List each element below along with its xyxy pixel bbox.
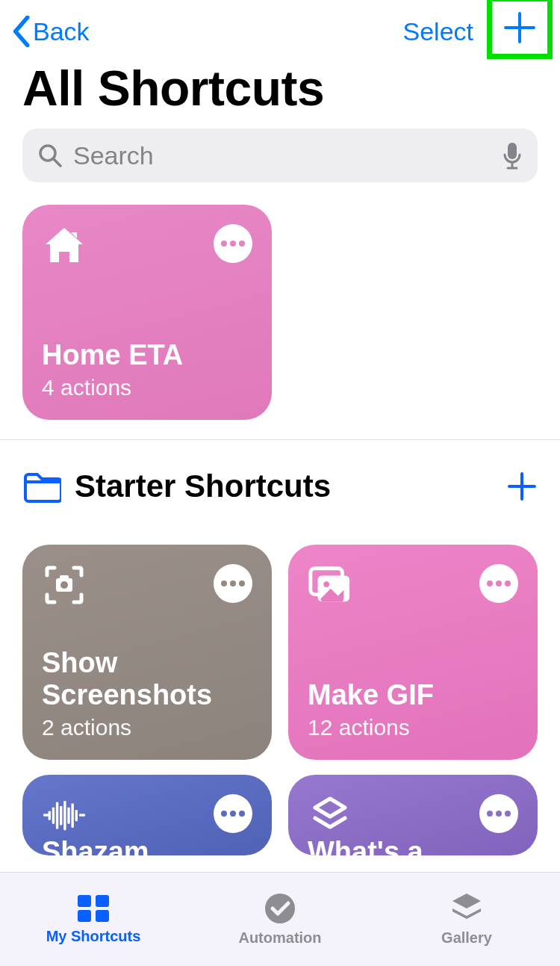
tab-gallery[interactable]: Gallery	[373, 873, 560, 966]
search-input[interactable]: Search	[22, 129, 538, 182]
tab-label: Gallery	[441, 929, 492, 947]
card-subtitle: 4 actions	[42, 375, 252, 400]
waveform-icon	[42, 794, 87, 836]
search-icon	[37, 143, 63, 168]
microphone-icon[interactable]	[502, 141, 523, 170]
tab-label: Automation	[238, 929, 321, 947]
shortcut-card[interactable]: Show Screenshots 2 actions	[22, 545, 272, 760]
svg-rect-10	[78, 910, 91, 922]
add-shortcut-button[interactable]	[487, 0, 553, 59]
grid-icon	[76, 894, 111, 923]
stack-icon	[449, 892, 484, 925]
section-title: Starter Shortcuts	[75, 468, 493, 504]
shortcut-card[interactable]: What's a	[288, 775, 538, 855]
folder-icon	[22, 470, 61, 503]
svg-point-12	[265, 894, 295, 923]
card-subtitle: 12 actions	[308, 715, 518, 740]
svg-rect-11	[96, 910, 109, 922]
card-more-button[interactable]	[479, 564, 518, 603]
tab-label: My Shortcuts	[46, 928, 141, 945]
card-more-button[interactable]	[479, 794, 518, 833]
back-label: Back	[33, 17, 90, 46]
photos-icon	[308, 564, 352, 606]
card-more-button[interactable]	[214, 564, 252, 603]
plus-icon	[503, 10, 537, 45]
clock-check-icon	[264, 892, 296, 925]
shortcut-card[interactable]: Shazam	[22, 775, 272, 855]
back-button[interactable]: Back	[10, 16, 90, 47]
home-icon	[42, 224, 87, 266]
tab-automation[interactable]: Automation	[187, 873, 373, 966]
page-title: All Shortcuts	[0, 52, 560, 129]
select-button[interactable]: Select	[403, 17, 474, 46]
card-subtitle: 2 actions	[42, 715, 252, 740]
card-title: Shazam	[42, 836, 252, 855]
search-placeholder: Search	[73, 141, 491, 170]
svg-rect-9	[96, 895, 109, 907]
camera-viewfinder-icon	[42, 564, 87, 606]
svg-rect-1	[508, 143, 517, 159]
card-more-button[interactable]	[214, 794, 252, 833]
shortcut-card[interactable]: Make GIF 12 actions	[288, 545, 538, 760]
tab-my-shortcuts[interactable]: My Shortcuts	[0, 873, 187, 966]
svg-rect-3	[60, 575, 69, 580]
svg-rect-8	[78, 895, 91, 907]
tab-bar: My Shortcuts Automation Gallery	[0, 872, 560, 966]
chevron-left-icon	[10, 16, 31, 47]
card-title: Make GIF	[308, 679, 518, 712]
card-title: Show Screenshots	[42, 647, 252, 712]
card-title: What's a	[308, 836, 518, 855]
card-more-button[interactable]	[214, 224, 252, 263]
svg-point-4	[60, 581, 68, 589]
section-add-button[interactable]	[506, 471, 538, 502]
stack-icon	[308, 794, 352, 836]
shortcut-card[interactable]: Home ETA 4 actions	[22, 205, 272, 420]
svg-point-7	[323, 581, 329, 587]
card-title: Home ETA	[42, 339, 252, 372]
